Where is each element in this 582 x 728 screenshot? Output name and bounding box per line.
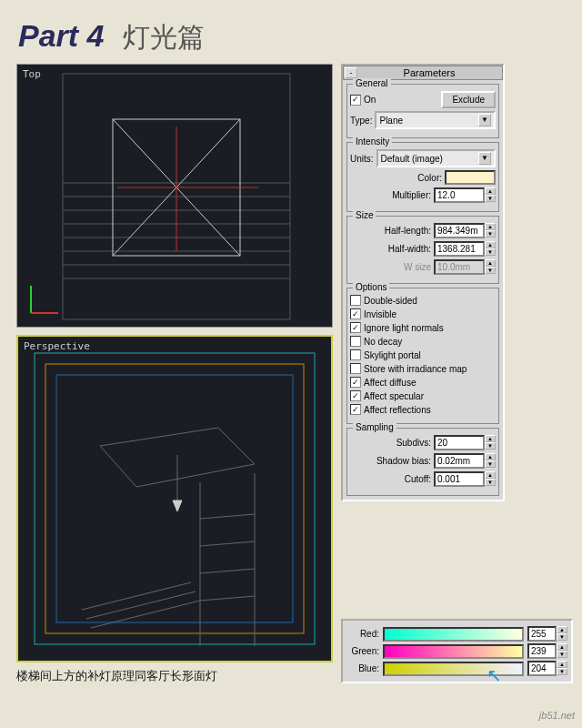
half-length-spinner[interactable]: ▲▼ — [434, 223, 496, 238]
rgb-green-row: Green: ▲▼ — [346, 643, 567, 659]
group-intensity: Intensity Units: Default (image) ▼ Color… — [346, 142, 499, 212]
option-checkbox[interactable] — [350, 336, 361, 347]
svg-line-28 — [82, 582, 191, 610]
w-size-spinner: ▲▼ — [434, 259, 496, 275]
red-spinner[interactable]: ▲▼ — [527, 626, 567, 642]
group-intensity-title: Intensity — [353, 136, 392, 147]
rgb-panel: Red: ▲▼ Green: ▲▼ Blue: ▲▼ — [341, 619, 573, 683]
option-checkbox[interactable]: ✓ — [350, 377, 361, 388]
option-row: ✓Affect reflections — [350, 404, 496, 415]
green-spinner[interactable]: ▲▼ — [527, 643, 567, 659]
svg-line-27 — [200, 596, 255, 601]
option-label: Store with irradiance map — [364, 364, 467, 374]
option-row: ✓Ignore light normals — [350, 322, 496, 333]
green-slider[interactable] — [383, 644, 524, 659]
svg-rect-16 — [35, 353, 315, 644]
group-options: Options Double-sided✓Invisible✓Ignore li… — [346, 288, 499, 424]
rgb-blue-row: Blue: ▲▼ — [346, 661, 567, 676]
red-label: Red: — [346, 629, 379, 639]
option-checkbox[interactable]: ✓ — [350, 390, 361, 401]
viewport-caption: 楼梯间上方的补灯原理同客厅长形面灯 — [16, 668, 333, 684]
viewports: Top Perspective — [16, 64, 333, 684]
svg-line-29 — [86, 592, 196, 619]
viewport-top-label: Top — [23, 68, 41, 80]
cutoff-spinner[interactable]: ▲▼ — [434, 471, 496, 487]
viewport-top[interactable]: Top — [16, 64, 333, 328]
option-row: Double-sided — [350, 295, 496, 306]
option-checkbox[interactable]: ✓ — [350, 404, 361, 415]
half-width-spinner[interactable]: ▲▼ — [434, 241, 496, 257]
option-label: Invisible — [364, 309, 396, 319]
option-label: Affect reflections — [364, 405, 431, 415]
viewport-perspective[interactable]: Perspective — [16, 335, 333, 662]
group-sampling: Sampling Subdivs: ▲▼ Shadow bias: ▲▼ Cut… — [346, 428, 499, 496]
option-row: ✓Affect diffuse — [350, 377, 496, 388]
option-checkbox[interactable] — [350, 349, 361, 360]
page-title: Part 4 灯光篇 — [18, 18, 205, 56]
option-row: Skylight portal — [350, 349, 496, 360]
half-length-label: Half-length: — [385, 226, 431, 236]
option-label: Double-sided — [364, 296, 417, 306]
w-size-label: W size — [404, 262, 431, 272]
rgb-red-row: Red: ▲▼ — [346, 626, 567, 642]
svg-line-24 — [200, 514, 255, 519]
svg-line-30 — [91, 601, 200, 628]
option-checkbox[interactable]: ✓ — [350, 308, 361, 319]
on-checkbox[interactable]: ✓ — [350, 95, 361, 106]
parameters-panel: - Parameters General ✓ On Exclude Type: … — [341, 64, 505, 501]
option-row: Store with irradiance map — [350, 363, 496, 374]
exclude-button[interactable]: Exclude — [441, 91, 496, 108]
title-subtitle: 灯光篇 — [123, 19, 205, 56]
group-size-title: Size — [353, 210, 376, 220]
spinner-up-icon[interactable]: ▲ — [485, 187, 496, 195]
on-label: On — [364, 95, 376, 105]
group-size: Size Half-length: ▲▼ Half-width: ▲▼ W si… — [346, 216, 499, 284]
color-label: Color: — [417, 173, 442, 183]
svg-marker-21 — [173, 500, 182, 511]
red-slider[interactable] — [383, 627, 524, 642]
units-select[interactable]: Default (image) ▼ — [376, 149, 496, 167]
blue-label: Blue: — [346, 663, 379, 673]
option-row: ✓Invisible — [350, 308, 496, 319]
units-value: Default (image) — [381, 154, 443, 164]
color-swatch[interactable] — [445, 170, 496, 185]
svg-line-25 — [200, 541, 255, 546]
multiplier-label: Multiplier: — [392, 190, 431, 200]
multiplier-spinner[interactable]: ▲▼ — [434, 187, 496, 203]
blue-slider[interactable] — [383, 662, 524, 676]
chevron-down-icon: ▼ — [478, 152, 491, 165]
rollout-title: Parameters — [357, 67, 501, 78]
option-checkbox[interactable] — [350, 363, 361, 374]
green-label: Green: — [346, 646, 379, 656]
group-options-title: Options — [353, 282, 389, 292]
option-checkbox[interactable]: ✓ — [350, 322, 361, 333]
group-general: General ✓ On Exclude Type: Plane ▼ — [346, 84, 499, 138]
axis-gizmo-icon — [26, 281, 63, 318]
type-value: Plane — [379, 116, 403, 126]
spinner-down-icon[interactable]: ▼ — [485, 195, 496, 202]
group-general-title: General — [353, 78, 391, 88]
option-label: Affect diffuse — [364, 378, 416, 388]
type-select[interactable]: Plane ▼ — [375, 111, 496, 129]
svg-line-26 — [200, 569, 255, 573]
shadow-bias-label: Shadow bias: — [376, 456, 431, 466]
top-wireframe — [17, 65, 332, 325]
multiplier-input[interactable] — [434, 187, 485, 203]
units-label: Units: — [350, 154, 374, 164]
option-row: ✓Affect specular — [350, 390, 496, 401]
shadow-bias-spinner[interactable]: ▲▼ — [434, 453, 496, 469]
option-label: No decay — [364, 337, 402, 347]
subdivs-label: Subdivs: — [396, 438, 431, 448]
viewport-perspective-label: Perspective — [24, 340, 90, 352]
half-width-label: Half-width: — [388, 244, 431, 254]
subdivs-spinner[interactable]: ▲▼ — [434, 435, 496, 450]
type-label: Type: — [350, 116, 372, 126]
blue-spinner[interactable]: ▲▼ — [527, 661, 567, 676]
option-label: Ignore light normals — [364, 323, 444, 333]
option-checkbox[interactable] — [350, 295, 361, 306]
option-label: Skylight portal — [364, 350, 421, 360]
rollout-toggle-button[interactable]: - — [345, 67, 357, 78]
cursor-icon: ↖ — [487, 664, 502, 686]
perspective-wireframe — [18, 337, 331, 659]
svg-rect-17 — [45, 364, 304, 633]
